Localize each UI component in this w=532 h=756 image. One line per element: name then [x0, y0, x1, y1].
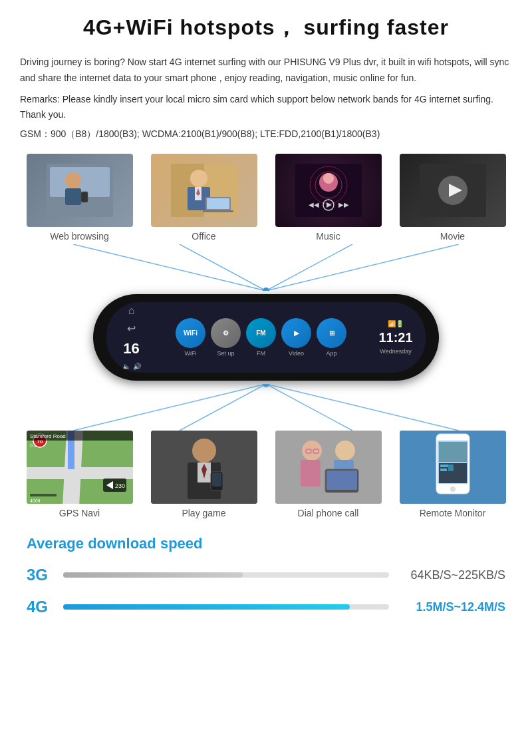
remote-monitor-label: Remote Monitor — [420, 508, 486, 518]
remarks-text: Remarks: Please kindly insert your local… — [20, 92, 512, 124]
4g-speed-row: 4G 1.5M/S~12.4M/S — [27, 598, 505, 616]
4g-speed-bar-container — [63, 604, 389, 610]
svg-line-35 — [266, 384, 352, 431]
svg-text:0.1: 0.1 — [30, 443, 37, 448]
4g-speed-value: 1.5M/S~12.4M/S — [399, 600, 505, 614]
svg-point-7 — [190, 170, 207, 187]
gps-navi-image: 70 230 400ft Stamford Road 0.1 — [27, 431, 133, 504]
app-setup[interactable]: ⚙ Set up — [211, 318, 241, 357]
phone-call-item: Dial phone call — [269, 431, 388, 518]
web-browsing-item: Web browsing — [20, 154, 139, 242]
video-app-icon: ▶ — [281, 318, 311, 348]
home-icon: ⌂ — [128, 305, 135, 317]
fm-icon: FM — [256, 329, 265, 337]
phone-call-image — [275, 431, 382, 504]
app-video[interactable]: ▶ Video — [281, 318, 311, 357]
svg-text:400ft: 400ft — [30, 498, 41, 503]
svg-text:◀◀: ◀◀ — [309, 201, 319, 208]
bottom-svg-connections — [20, 384, 512, 431]
3g-label: 3G — [27, 566, 53, 584]
device-left-controls: ⌂ ↩ 16 🔈 🔊 — [116, 305, 146, 370]
top-images-row: Web browsing — [20, 154, 512, 242]
device-time: 11:21 — [378, 330, 412, 345]
music-item: ◀◀ ▶▶ Music — [269, 154, 388, 242]
wifi-app-icon: WiFi — [176, 318, 205, 348]
signal-icon: 📶🔋 — [388, 320, 404, 327]
device-number: 16 — [123, 340, 139, 357]
movie-image — [400, 154, 506, 227]
office-item: Office — [144, 154, 263, 242]
volume-controls: 🔈 🔊 — [122, 363, 141, 370]
movie-placeholder — [400, 154, 506, 227]
device-day: Wednesday — [380, 348, 411, 355]
svg-rect-68 — [275, 431, 382, 504]
fm-app-label: FM — [257, 350, 265, 357]
svg-line-28 — [180, 244, 266, 291]
volume-up-icon: 🔊 — [133, 363, 141, 370]
wifi-icon: WiFi — [184, 329, 198, 337]
game-visual — [151, 431, 257, 504]
web-browsing-label: Web browsing — [50, 231, 108, 242]
music-label: Music — [316, 231, 340, 242]
svg-point-18 — [323, 173, 334, 184]
apps-icon: ⊞ — [329, 329, 334, 337]
main-description: Driving journey is boring? Now start 4G … — [20, 55, 512, 87]
app-fm[interactable]: FM FM — [246, 318, 276, 357]
gps-navi-label: GPS Navi — [59, 508, 100, 518]
svg-rect-77 — [448, 465, 454, 471]
download-speed-title: Average download speed — [27, 535, 505, 552]
bottom-connection-lines — [20, 384, 512, 431]
phone-call-label: Dial phone call — [298, 508, 359, 518]
back-icon: ↩ — [127, 322, 136, 335]
play-icon: ▶ — [294, 329, 299, 337]
gsm-info: GSM：900（B8）/1800(B3); WCDMA:2100(B1)/900… — [20, 128, 512, 140]
svg-rect-12 — [207, 198, 229, 209]
svg-rect-3 — [65, 188, 81, 205]
phone-visual — [275, 431, 382, 504]
web-browsing-placeholder — [27, 154, 133, 227]
3g-speed-bar-container — [63, 572, 389, 578]
svg-line-34 — [180, 384, 266, 431]
4g-speed-bar — [63, 604, 350, 610]
office-image — [151, 154, 257, 227]
office-placeholder — [151, 154, 257, 227]
fm-app-icon: FM — [246, 318, 276, 348]
play-game-label: Play game — [182, 508, 225, 518]
setup-app-icon: ⚙ — [211, 318, 241, 348]
svg-rect-39 — [27, 467, 133, 479]
device-screen: ⌂ ↩ 16 🔈 🔊 WiFi WiFi — [106, 302, 426, 373]
gps-map-visual: 70 230 400ft Stamford Road 0.1 — [27, 431, 133, 504]
monitor-visual — [400, 431, 506, 504]
svg-line-27 — [73, 244, 266, 291]
svg-line-29 — [266, 244, 352, 291]
device-container: ⌂ ↩ 16 🔈 🔊 WiFi WiFi — [20, 294, 512, 381]
svg-line-36 — [266, 384, 459, 431]
remote-monitor-image — [400, 431, 506, 504]
wifi-app-label: WiFi — [185, 350, 197, 357]
bottom-images-row: 70 230 400ft Stamford Road 0.1 GPS Navi — [20, 431, 512, 518]
svg-point-31 — [263, 287, 269, 291]
app-wifi[interactable]: WiFi WiFi — [176, 318, 205, 357]
app-apps[interactable]: ⊞ App — [317, 318, 346, 357]
web-browsing-image — [27, 154, 133, 227]
download-speed-section: Average download speed 3G 64KB/S~225KB/S… — [20, 535, 512, 616]
play-game-item: Play game — [144, 431, 263, 518]
page-title: 4G+WiFi hotspots， surfing faster — [20, 13, 512, 43]
gps-navi-item: 70 230 400ft Stamford Road 0.1 GPS Navi — [20, 431, 139, 518]
music-visual: ◀◀ ▶▶ — [275, 154, 382, 227]
svg-rect-58 — [151, 431, 257, 504]
device-right-info: 📶🔋 11:21 Wednesday — [376, 320, 416, 355]
svg-line-30 — [266, 244, 459, 291]
gear-icon: ⚙ — [223, 329, 229, 337]
svg-text:Stamford Road: Stamford Road — [30, 433, 66, 439]
device: ⌂ ↩ 16 🔈 🔊 WiFi WiFi — [93, 294, 439, 381]
video-app-label: Video — [289, 350, 304, 357]
movie-label: Movie — [440, 231, 465, 242]
svg-point-2 — [65, 172, 81, 188]
play-game-image — [151, 431, 257, 504]
device-apps: WiFi WiFi ⚙ Set up FM FM — [152, 318, 370, 357]
music-image: ◀◀ ▶▶ — [275, 154, 382, 227]
volume-icon: 🔈 — [122, 363, 130, 370]
top-connection-lines — [20, 244, 512, 291]
svg-rect-13 — [203, 210, 233, 212]
